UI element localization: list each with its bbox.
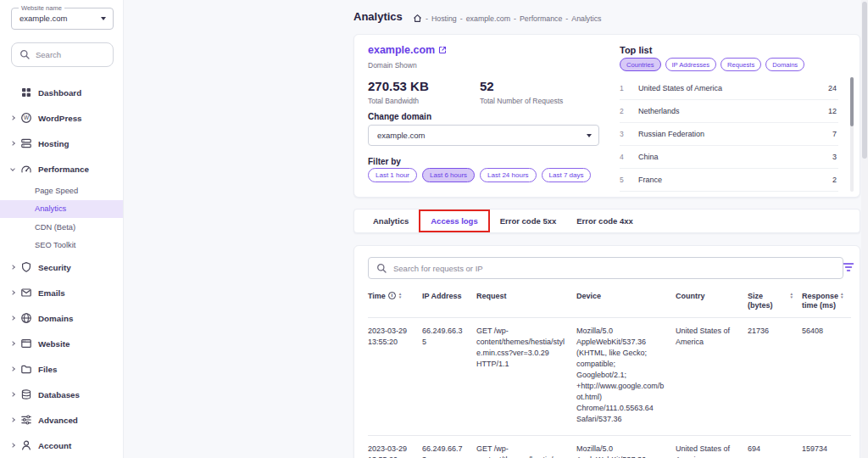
cell-size: 21736 <box>748 318 802 436</box>
logs-search-input[interactable] <box>393 264 843 273</box>
dashboard-icon <box>20 87 32 98</box>
page-title: Analytics <box>353 10 403 23</box>
globe-icon <box>20 312 32 324</box>
sidebar-menu: Dashboard W WordPress Hosting Performanc… <box>0 80 123 458</box>
cell-request: GET /wp-content/themes/hestia/assets/css… <box>476 436 576 458</box>
sidebar-item-analytics[interactable]: Analytics <box>0 200 123 219</box>
external-link-icon[interactable] <box>438 46 447 54</box>
requests-label: Total Number of Requests <box>480 97 563 105</box>
logs-search[interactable] <box>368 257 843 279</box>
tab-error-4xx[interactable]: Error code 4xx <box>566 209 643 232</box>
filter-last-1-hour[interactable]: Last 1 hour <box>368 168 417 182</box>
sidebar: Website name example.com Dashboard W Wor… <box>0 0 124 458</box>
bandwidth-value: 270.53 KB <box>368 79 429 93</box>
cell-country: United States of America <box>676 436 748 458</box>
tab-analytics[interactable]: Analytics <box>363 209 419 232</box>
scrollbar-thumb[interactable] <box>862 2 867 159</box>
top-list-scrollbar[interactable] <box>850 77 854 192</box>
change-domain-select[interactable]: example.com <box>368 125 599 146</box>
chevron-right-icon <box>10 316 15 321</box>
top-list-row: 1 United States of America 24 <box>620 77 838 100</box>
col-time[interactable]: Time <box>368 285 422 318</box>
sidebar-item-performance[interactable]: Performance <box>0 156 123 182</box>
sidebar-item-emails[interactable]: Emails <box>0 280 123 305</box>
info-icon[interactable] <box>388 292 396 299</box>
breadcrumb: - Hosting - example.com - Performance - … <box>413 14 601 23</box>
sort-icon[interactable] <box>840 293 844 300</box>
website-selector[interactable]: Website name example.com <box>11 8 114 30</box>
stat-bandwidth: 270.53 KB Total Bandwidth <box>368 79 429 105</box>
database-icon <box>20 388 32 400</box>
tab-error-5xx[interactable]: Error code 5xx <box>490 209 567 232</box>
sidebar-item-domains[interactable]: Domains <box>0 305 123 331</box>
search-input[interactable] <box>36 50 102 59</box>
access-logs-card: Time IP Address Request Device Country S… <box>353 245 860 458</box>
filter-icon[interactable] <box>843 262 854 272</box>
sidebar-item-cdn-beta[interactable]: CDN (Beta) <box>0 218 123 237</box>
sidebar-item-advanced[interactable]: Advanced <box>0 407 123 433</box>
cell-device: Mozilla/5.0 AppleWebKit/537.36 (KHTML, l… <box>576 436 676 458</box>
sidebar-item-dashboard[interactable]: Dashboard <box>0 80 123 105</box>
col-request: Request <box>476 285 576 318</box>
chevron-right-icon <box>10 443 15 448</box>
col-device: Device <box>576 285 676 318</box>
col-country: Country <box>676 285 748 318</box>
filter-last-7-days[interactable]: Last 7 days <box>542 168 592 182</box>
top-list-countries[interactable]: Countries <box>620 58 661 71</box>
top-list-row: 2 Netherlands 12 <box>620 100 838 123</box>
chevron-down-icon <box>587 134 592 137</box>
sidebar-item-files[interactable]: Files <box>0 356 123 382</box>
shield-icon <box>20 261 32 273</box>
browser-icon <box>20 338 32 349</box>
cell-ip: 66.249.66.35 <box>422 318 476 436</box>
change-domain-label: Change domain <box>368 112 431 121</box>
chevron-right-icon <box>10 290 15 295</box>
search-icon <box>376 263 387 274</box>
sidebar-search[interactable] <box>11 42 114 67</box>
top-list-row: 5 France 2 <box>620 169 838 192</box>
breadcrumb-domain[interactable]: example.com <box>466 14 510 23</box>
sidebar-item-hosting[interactable]: Hosting <box>0 131 123 156</box>
chevron-right-icon <box>10 366 15 371</box>
page-scrollbar[interactable] <box>861 0 868 458</box>
person-icon <box>20 439 32 451</box>
cell-request: GET /wp-content/themes/hestia/style.min.… <box>476 318 576 436</box>
top-list-domains[interactable]: Domains <box>765 58 804 71</box>
sidebar-item-website[interactable]: Website <box>0 331 123 356</box>
performance-icon <box>20 163 32 175</box>
cell-ip: 66.249.66.73 <box>422 436 476 458</box>
col-size[interactable]: Size (bytes) <box>748 285 802 318</box>
filter-last-6-hours[interactable]: Last 6 hours <box>422 168 475 182</box>
cell-country: United States of America <box>676 318 748 436</box>
domain-title: example.com <box>368 44 447 56</box>
time-filter-group: Last 1 hour Last 6 hours Last 24 hours L… <box>368 168 591 182</box>
sidebar-item-databases[interactable]: Databases <box>0 382 123 407</box>
cell-response-time: 56408 <box>802 318 851 436</box>
sidebar-item-wordpress[interactable]: W WordPress <box>0 105 123 131</box>
breadcrumb-performance[interactable]: Performance <box>520 14 562 23</box>
sidebar-item-seo-toolkit[interactable]: SEO Toolkit <box>0 237 123 255</box>
col-response-time[interactable]: Response time (ms) <box>802 285 851 318</box>
envelope-icon <box>20 287 32 299</box>
filter-last-24-hours[interactable]: Last 24 hours <box>480 168 536 182</box>
sidebar-item-page-speed[interactable]: Page Speed <box>0 182 123 200</box>
top-list-ip-addresses[interactable]: IP Addresses <box>665 58 717 71</box>
sidebar-item-security[interactable]: Security <box>0 254 123 280</box>
home-icon[interactable] <box>413 14 422 23</box>
chevron-right-icon <box>10 417 15 422</box>
hosting-icon <box>20 137 32 149</box>
sort-icon[interactable] <box>789 293 793 300</box>
top-list-requests[interactable]: Requests <box>721 58 761 71</box>
breadcrumb-hosting[interactable]: Hosting <box>431 14 457 23</box>
cell-device: Mozilla/5.0 AppleWebKit/537.36 (KHTML, l… <box>576 318 676 436</box>
chevron-down-icon <box>10 166 15 171</box>
sliders-icon <box>20 414 32 426</box>
col-ip-address: IP Address <box>422 285 476 318</box>
top-list-row: 4 China 3 <box>620 146 838 169</box>
tab-access-logs[interactable]: Access logs <box>419 209 489 232</box>
svg-text:W: W <box>24 114 30 120</box>
sort-icon[interactable] <box>398 293 403 300</box>
domain-caption: Domain Shown <box>368 61 417 70</box>
scrollbar-thumb[interactable] <box>850 77 854 126</box>
sidebar-item-account[interactable]: Account <box>0 433 123 458</box>
